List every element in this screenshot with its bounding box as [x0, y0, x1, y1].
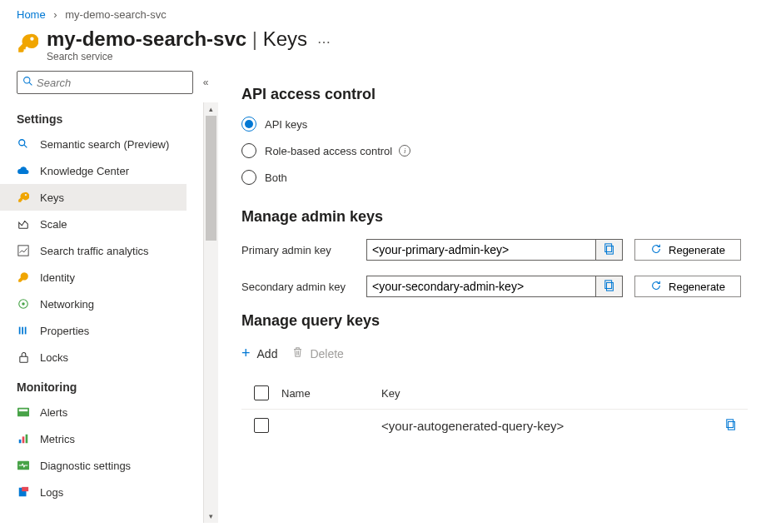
column-header-key[interactable]: Key — [381, 387, 714, 400]
sidebar-item-semantic-search[interactable]: Semantic search (Preview) — [0, 131, 187, 157]
sidebar-item-properties[interactable]: Properties — [0, 317, 187, 344]
sidebar-item-metrics[interactable]: Metrics — [0, 425, 187, 452]
more-actions-button[interactable]: ⋯ — [317, 29, 331, 50]
diagnostic-icon — [17, 459, 30, 472]
alerts-icon — [17, 405, 30, 419]
svg-point-2 — [19, 140, 25, 146]
copy-icon — [604, 280, 615, 294]
sidebar-search[interactable] — [17, 71, 193, 94]
regenerate-secondary-button[interactable]: Regenerate — [634, 276, 741, 297]
analytics-icon — [17, 244, 30, 257]
sidebar-item-logs[interactable]: Logs — [0, 479, 187, 505]
plus-icon: + — [241, 345, 251, 362]
svg-rect-14 — [22, 436, 25, 443]
column-header-name[interactable]: Name — [281, 387, 381, 400]
refresh-icon — [650, 280, 662, 294]
breadcrumb: Home › my-demo-search-svc — [0, 0, 771, 26]
sidebar-item-diagnostic-settings[interactable]: Diagnostic settings — [0, 452, 187, 479]
radio-api-keys[interactable]: API keys — [241, 117, 748, 132]
svg-rect-10 — [19, 356, 27, 362]
sidebar-item-scale[interactable]: Scale — [0, 211, 187, 237]
copy-query-key-button[interactable] — [725, 420, 737, 433]
sidebar-item-search-traffic-analytics[interactable]: Search traffic analytics — [0, 237, 187, 264]
svg-rect-22 — [604, 280, 611, 288]
lock-icon — [17, 351, 30, 364]
networking-icon — [17, 297, 30, 311]
svg-point-6 — [22, 302, 25, 306]
svg-rect-24 — [727, 419, 734, 427]
secondary-key-input[interactable] — [367, 276, 595, 296]
svg-rect-13 — [19, 440, 22, 443]
search-icon — [22, 76, 33, 89]
primary-key-label: Primary admin key — [241, 244, 366, 256]
sidebar-item-alerts[interactable]: Alerts — [0, 399, 187, 425]
table-header: Name Key — [241, 377, 748, 410]
search-icon — [17, 137, 30, 151]
svg-rect-23 — [729, 421, 735, 430]
svg-rect-15 — [26, 435, 28, 444]
svg-rect-20 — [604, 243, 611, 251]
svg-line-1 — [29, 82, 32, 85]
refresh-icon — [650, 243, 662, 257]
radio-icon — [241, 143, 256, 158]
table-row[interactable]: <your-autogenerated-query-key> — [241, 410, 748, 441]
row-key-value: <your-autogenerated-query-key> — [381, 419, 714, 433]
api-access-radio-group: API keys Role-based access control i Bot… — [241, 117, 748, 185]
svg-rect-21 — [606, 282, 613, 291]
page-header: my-demo-search-svc | Keys ⋯ Search servi… — [0, 26, 771, 66]
svg-rect-18 — [22, 487, 28, 491]
secondary-admin-key-row: Secondary admin key Regenerate — [241, 276, 748, 297]
svg-line-3 — [24, 145, 27, 148]
radio-rbac[interactable]: Role-based access control i — [241, 143, 748, 158]
query-keys-table: Name Key <your-autogenerated-query-key> — [241, 377, 748, 441]
add-query-key-button[interactable]: + Add — [241, 345, 277, 362]
scale-icon — [17, 217, 30, 231]
sidebar-item-knowledge-center[interactable]: Knowledge Center — [0, 157, 187, 184]
svg-rect-12 — [19, 410, 28, 412]
select-all-checkbox[interactable] — [254, 385, 269, 400]
scroll-down-arrow[interactable]: ▾ — [204, 510, 218, 523]
key-icon — [17, 32, 38, 54]
sidebar-item-identity[interactable]: Identity — [0, 264, 187, 291]
properties-icon — [17, 324, 30, 337]
radio-both[interactable]: Both — [241, 170, 748, 185]
sidebar-item-locks[interactable]: Locks — [0, 344, 187, 370]
main-content: API access control API keys Role-based a… — [218, 66, 771, 523]
manage-query-keys-heading: Manage query keys — [241, 312, 748, 330]
identity-icon — [17, 271, 30, 284]
sidebar: « Settings Semantic search (Preview) Kno… — [0, 66, 218, 523]
copy-icon — [604, 243, 615, 257]
svg-point-0 — [24, 77, 30, 83]
sidebar-heading-monitoring: Monitoring — [17, 370, 218, 399]
svg-rect-11 — [17, 408, 29, 417]
radio-icon — [241, 117, 256, 132]
breadcrumb-current: my-demo-search-svc — [65, 8, 166, 21]
breadcrumb-home[interactable]: Home — [17, 8, 46, 21]
logs-icon — [17, 485, 30, 499]
collapse-sidebar-button[interactable]: « — [193, 77, 218, 88]
search-input[interactable] — [37, 77, 187, 89]
row-checkbox[interactable] — [254, 418, 269, 433]
sidebar-item-keys[interactable]: Keys — [0, 184, 187, 211]
scrollbar-thumb[interactable] — [206, 116, 216, 241]
key-icon — [17, 191, 30, 204]
sidebar-item-networking[interactable]: Networking — [0, 291, 187, 317]
regenerate-primary-button[interactable]: Regenerate — [634, 239, 741, 261]
page-title: my-demo-search-svc | Keys — [47, 27, 307, 51]
info-icon[interactable]: i — [399, 145, 410, 157]
delete-query-key-button[interactable]: Delete — [292, 346, 343, 360]
primary-admin-key-row: Primary admin key Regenerate — [241, 239, 748, 261]
breadcrumb-separator: › — [53, 8, 57, 21]
query-keys-toolbar: + Add Delete — [241, 345, 748, 362]
radio-icon — [241, 170, 256, 185]
copy-primary-key-button[interactable] — [595, 240, 622, 260]
primary-key-input[interactable] — [367, 240, 595, 260]
sidebar-heading-settings: Settings — [17, 102, 218, 131]
sidebar-scrollbar[interactable]: ▴ ▾ — [203, 102, 218, 523]
secondary-key-label: Secondary admin key — [241, 281, 366, 293]
scroll-up-arrow[interactable]: ▴ — [204, 102, 218, 116]
page-subtitle: Search service — [47, 51, 331, 62]
manage-admin-keys-heading: Manage admin keys — [241, 208, 748, 226]
cloud-icon — [17, 164, 30, 177]
copy-secondary-key-button[interactable] — [595, 276, 622, 296]
